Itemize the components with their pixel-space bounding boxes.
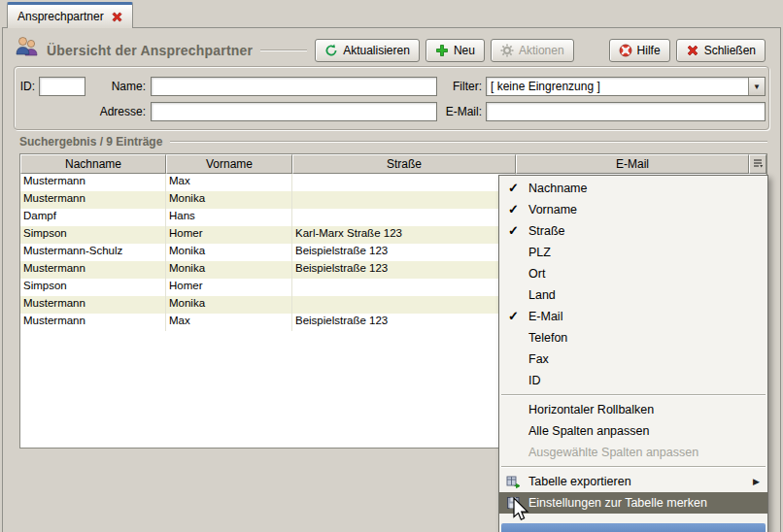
address-label: Adresse: [85, 102, 146, 121]
menu-separator [501, 394, 766, 396]
results-summary: Suchergebnis / 9 Einträge [19, 135, 162, 149]
help-lifebuoy-icon [619, 44, 632, 57]
mouse-cursor [511, 497, 530, 527]
table-context-menu: ✓Nachname ✓Vorname ✓Straße PLZ Ort Land … [498, 175, 768, 532]
results-divider [170, 141, 767, 143]
export-table-icon [506, 475, 521, 491]
id-input[interactable] [39, 77, 85, 96]
contacts-people-icon [14, 35, 41, 63]
check-icon: ✓ [508, 223, 519, 238]
gear-icon [500, 44, 514, 57]
menu-item-column-nachname[interactable]: ✓Nachname [499, 178, 767, 199]
menu-item-column-land[interactable]: Land [499, 284, 767, 306]
menu-item-column-email[interactable]: ✓E-Mail [499, 306, 767, 327]
column-settings-button[interactable] [749, 154, 766, 174]
title-divider [260, 50, 307, 51]
page-title: Übersicht der Ansprechpartner [47, 43, 253, 58]
menu-item-remember-table-settings[interactable]: Einstellungen zur Tabelle merken [499, 492, 767, 514]
menu-item-column-strasse[interactable]: ✓Straße [499, 220, 767, 242]
refresh-icon [324, 44, 338, 57]
id-label: ID: [10, 77, 35, 96]
menu-item-column-id[interactable]: ID [499, 370, 767, 391]
check-icon: ✓ [508, 181, 519, 195]
address-input[interactable] [151, 102, 437, 121]
filter-label: Filter: [437, 77, 482, 96]
email-label: E-Mail: [433, 102, 482, 121]
menu-item-partial-cutoff[interactable] [501, 523, 766, 532]
help-button[interactable]: Hilfe [609, 39, 670, 62]
refresh-button[interactable]: Aktualisieren [315, 39, 420, 62]
dropdown-arrow-icon[interactable]: ▼ [748, 78, 765, 95]
column-settings-icon [752, 157, 764, 172]
close-button[interactable]: Schließen [676, 39, 766, 62]
menu-item-column-plz[interactable]: PLZ [499, 242, 767, 263]
filter-dropdown-value: [ keine Eingrenzung ] [487, 80, 748, 93]
new-button[interactable]: Neu [426, 39, 485, 62]
menu-item-fit-selected-columns: Ausgewählte Spalten anpassen [499, 442, 767, 463]
table-header: Nachname Vorname Straße E-Mail [20, 154, 766, 174]
menu-separator [501, 466, 766, 468]
menu-item-column-telefon[interactable]: Telefon [499, 327, 767, 349]
close-x-icon [686, 44, 699, 57]
check-icon: ✓ [508, 309, 519, 323]
name-label: Name: [93, 77, 146, 96]
column-header-vorname[interactable]: Vorname [166, 154, 292, 174]
menu-item-export-table[interactable]: Tabelle exportieren ▶ [499, 471, 767, 492]
tab-label: Ansprechpartner [17, 10, 104, 23]
tab-ansprechpartner[interactable]: Ansprechpartner [7, 2, 133, 28]
check-icon: ✓ [508, 202, 519, 216]
tab-close-icon[interactable] [111, 11, 123, 23]
filter-dropdown[interactable]: [ keine Eingrenzung ] ▼ [486, 77, 766, 96]
menu-item-horizontal-scrollbar[interactable]: Horizontaler Rollbalken [499, 399, 767, 420]
menu-item-column-vorname[interactable]: ✓Vorname [499, 199, 767, 220]
name-input[interactable] [151, 77, 437, 96]
submenu-arrow-icon: ▶ [753, 477, 760, 486]
email-input[interactable] [486, 102, 766, 121]
actions-button: Aktionen [491, 39, 574, 62]
menu-item-column-ort[interactable]: Ort [499, 263, 767, 284]
menu-item-column-fax[interactable]: Fax [499, 349, 767, 370]
column-header-strasse[interactable]: Straße [292, 154, 516, 174]
column-header-nachname[interactable]: Nachname [20, 154, 166, 174]
plus-icon [435, 44, 449, 57]
column-header-email[interactable]: E-Mail [516, 154, 749, 174]
menu-item-fit-all-columns[interactable]: Alle Spalten anpassen [499, 420, 767, 442]
